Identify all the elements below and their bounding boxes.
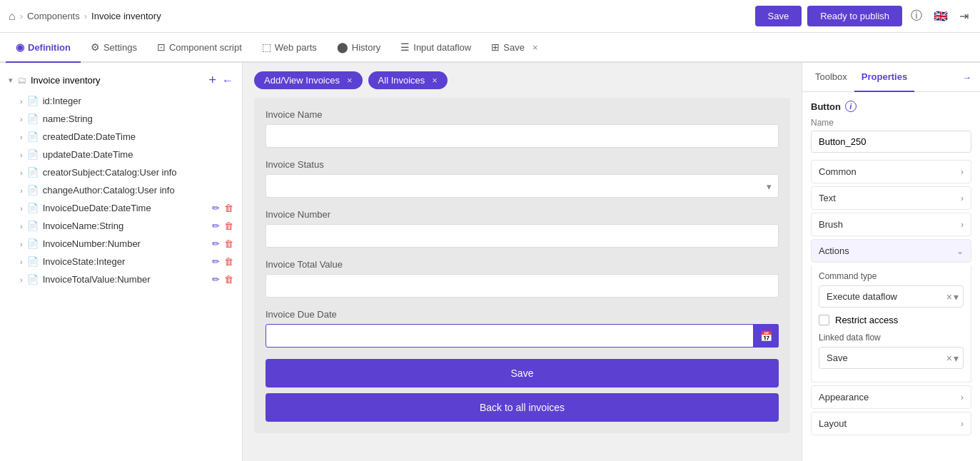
section-appearance[interactable]: Appearance › [811,385,971,409]
edit-icon[interactable]: ✏ [212,238,220,249]
form-field-invoice-status: Invoice Status ▾ [266,159,779,198]
delete-icon[interactable]: 🗑 [224,221,233,231]
edit-icon[interactable]: ✏ [212,221,220,231]
tab-definition[interactable]: ◉ Definition [6,33,81,63]
canvas-tab-add-view-close[interactable]: × [347,75,353,86]
sidebar: ▾ 🗂 Invoice inventory + ← › 📄 id:Integer… [0,63,243,461]
item-label: updateDate:DateTime [43,149,133,160]
back-arrow-icon[interactable]: ← [222,74,233,87]
edit-icon[interactable]: ✏ [212,203,220,213]
sidebar-item-invoice-name[interactable]: › 📄 InvoiceName:String ✏ 🗑 [0,217,242,235]
section-text[interactable]: Text › [811,186,971,210]
section-brush[interactable]: Brush › [811,213,971,236]
sidebar-root-chevron: ▾ [9,76,13,85]
sidebar-item-creator[interactable]: › 📄 creatorSubject:Catalog:User info [0,163,242,181]
canvas-tab-all-invoices-close[interactable]: × [432,75,438,86]
tab-input-dataflow[interactable]: ☰ Input dataflow [390,33,481,63]
form-input-invoice-total[interactable] [266,274,779,298]
delete-icon[interactable]: 🗑 [224,203,233,213]
sidebar-item-created-date[interactable]: › 📄 createdDate:DateTime [0,128,242,146]
canvas-tab-all-invoices[interactable]: All Invoices × [368,71,448,89]
section-layout-chevron: › [961,419,964,429]
rpanel-tab-toolbox[interactable]: Toolbox [808,63,854,92]
section-brush-chevron: › [961,220,964,230]
form-label-invoice-status: Invoice Status [266,159,779,170]
breadcrumb-invoice[interactable]: Invoice inventory [91,11,161,21]
chevron-icon: › [20,222,23,230]
ready-to-publish-button[interactable]: Ready to publish [807,6,902,26]
item-label: InvoiceTotalValue:Number [43,274,151,285]
section-common[interactable]: Common › [811,160,971,183]
file-icon: 📄 [27,131,39,142]
rpanel-tab-properties[interactable]: Properties [854,63,914,92]
section-appearance-chevron: › [961,392,964,402]
info-icon-button[interactable]: ⓘ [908,6,925,26]
sidebar-root-header[interactable]: ▾ 🗂 Invoice inventory + ← [0,69,242,92]
delete-icon[interactable]: 🗑 [224,274,233,285]
exit-icon-button[interactable]: ⇥ [956,6,971,26]
tab-history[interactable]: ⬤ History [327,33,390,63]
sep2: › [84,11,87,21]
edit-icon[interactable]: ✏ [212,256,220,267]
sidebar-item-id[interactable]: › 📄 id:Integer [0,92,242,110]
sidebar-root-label: Invoice inventory [31,75,101,86]
sidebar-item-invoice-number[interactable]: › 📄 InvoiceNumber:Number ✏ 🗑 [0,235,242,253]
close-tab-icon[interactable]: × [532,42,538,53]
sidebar-item-invoice-due-date[interactable]: › 📄 InvoiceDueDate:DateTime ✏ 🗑 [0,199,242,217]
item-label: InvoiceNumber:Number [43,238,141,249]
delete-icon[interactable]: 🗑 [224,238,233,249]
command-select-wrapper: Execute dataflow × ▾ [819,285,964,308]
form-field-invoice-total: Invoice Total Value [266,259,779,298]
section-layout[interactable]: Layout › [811,412,971,435]
canvas-tab-add-view[interactable]: Add/View Invoices × [254,71,363,89]
language-icon-button[interactable]: 🇬🇧 [931,6,951,26]
form-back-button[interactable]: Back to all invoices [266,393,779,422]
breadcrumb-components[interactable]: Components [27,11,80,21]
tab-settings[interactable]: ⚙ Settings [81,33,147,63]
form-input-invoice-name[interactable] [266,124,779,148]
settings-icon: ⚙ [91,41,100,53]
form-input-invoice-due[interactable] [266,324,779,348]
edit-icon[interactable]: ✏ [212,274,220,285]
sidebar-item-invoice-total[interactable]: › 📄 InvoiceTotalValue:Number ✏ 🗑 [0,270,242,288]
section-brush-label: Brush [819,219,843,230]
chevron-icon: › [20,151,23,159]
form-input-invoice-number[interactable] [266,224,779,248]
save-button[interactable]: Save [755,6,802,26]
linked-select-wrapper: Save × ▾ [819,347,964,369]
sidebar-item-change-author[interactable]: › 📄 changeAuthor:Catalog:User info [0,181,242,199]
item-actions: ✏ 🗑 [212,203,233,213]
item-label: creatorSubject:Catalog:User info [43,167,177,178]
linked-select-value: Save [819,348,942,368]
chevron-icon: › [20,258,23,266]
tab-save[interactable]: ⊞ Save × [481,33,547,63]
sidebar-item-invoice-state[interactable]: › 📄 InvoiceState:Integer ✏ 🗑 [0,253,242,270]
calendar-icon[interactable]: 📅 [753,324,779,348]
linked-dropdown-icon[interactable]: ▾ [954,353,959,364]
add-item-icon[interactable]: + [208,73,216,88]
file-icon: 📄 [27,274,39,285]
restrict-access-checkbox[interactable] [819,315,829,325]
section-actions[interactable]: Actions ⌄ [811,239,971,263]
form-label-invoice-name: Invoice Name [266,109,779,120]
item-label: createdDate:DateTime [43,131,136,142]
section-info-icon[interactable]: i [845,101,857,112]
tab-web-parts[interactable]: ⬚ Web parts [252,33,327,63]
canvas-tab-bar: Add/View Invoices × All Invoices × [243,63,802,98]
chevron-icon: › [20,204,23,213]
tab-component-script[interactable]: ⊡ Component script [147,33,252,63]
rpanel-arrow-icon[interactable]: → [959,69,974,86]
delete-icon[interactable]: 🗑 [224,256,233,267]
chevron-icon: › [20,240,23,248]
home-icon[interactable]: ⌂ [9,10,16,23]
command-clear-icon[interactable]: × [946,291,952,303]
button-name-input[interactable] [811,131,971,153]
linked-clear-icon[interactable]: × [946,353,952,364]
sidebar-item-update-date[interactable]: › 📄 updateDate:DateTime [0,146,242,163]
form-select-invoice-status[interactable] [266,174,779,198]
sidebar-item-name[interactable]: › 📄 name:String [0,110,242,128]
command-dropdown-icon[interactable]: ▾ [954,291,959,303]
right-panel-content: Button i Name Common › Text › Brush › [802,92,980,447]
chevron-icon: › [20,275,23,284]
form-save-button[interactable]: Save [266,359,779,387]
